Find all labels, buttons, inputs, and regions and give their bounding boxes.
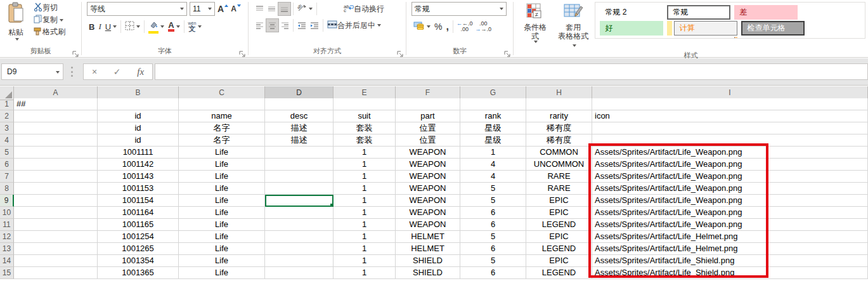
cell-I9[interactable]: Assets/Sprites/Artifact/Life_Weapon.png [592,195,868,207]
cell-A1[interactable]: ## [14,98,98,110]
comma-style-button[interactable]: , [444,20,450,34]
name-box[interactable]: D9 [1,63,63,80]
cut-button[interactable]: 剪切 [32,2,67,14]
cell-C8[interactable]: Life [179,183,265,195]
cell-G3[interactable]: 星级 [460,122,526,134]
font-name-combo[interactable]: 等线 [87,2,187,16]
cell-E6[interactable]: 1 [334,159,396,171]
cell-D8[interactable] [265,183,334,195]
cell-C10[interactable]: Life [179,207,265,219]
cell-E10[interactable]: 1 [334,207,396,219]
copy-button[interactable]: 复制 [32,14,67,26]
cell-F6[interactable]: WEAPON [396,159,460,171]
cell-G11[interactable]: 6 [460,219,526,231]
row-header-4[interactable]: 4 [0,134,14,147]
style-chip-警告文本[interactable]: 警告文本 [667,37,730,39]
cell-E1[interactable] [334,98,396,110]
cell-D12[interactable] [265,231,334,243]
row-header-3[interactable]: 3 [0,122,14,134]
cell-A4[interactable] [14,134,98,147]
cell-D15[interactable] [265,267,334,279]
format-as-table-button[interactable]: 套用表格格式 [553,2,593,51]
cell-G13[interactable]: 6 [460,243,526,255]
cell-A8[interactable] [14,183,98,195]
cell-B6[interactable]: 1001142 [98,159,179,171]
cell-I7[interactable]: Assets/Sprites/Artifact/Life_Weapon.png [592,171,868,183]
cell-C2[interactable]: name [179,110,265,122]
cell-F7[interactable]: WEAPON [396,171,460,183]
cell-B10[interactable]: 1001164 [98,207,179,219]
underline-button[interactable]: U [103,20,119,34]
paste-button[interactable]: 粘贴 [3,2,29,41]
cell-F8[interactable]: WEAPON [396,183,460,195]
cell-G15[interactable]: 6 [460,267,526,279]
cell-D11[interactable] [265,219,334,231]
orientation-dropdown-icon[interactable] [309,8,313,10]
cell-F2[interactable]: part [396,110,460,122]
cell-C14[interactable]: Life [179,255,265,267]
cell-D6[interactable] [265,159,334,171]
cell-C12[interactable]: Life [179,231,265,243]
cell-H7[interactable]: RARE [526,171,592,183]
cell-D4[interactable]: 描述 [265,134,334,147]
style-chip-sliver-input[interactable] [734,37,737,39]
cell-B2[interactable]: id [98,110,179,122]
cell-D7[interactable] [265,171,334,183]
cell-I8[interactable]: Assets/Sprites/Artifact/Life_Weapon.png [592,183,868,195]
name-box-dropdown-icon[interactable] [56,71,60,74]
cell-E11[interactable]: 1 [334,219,396,231]
style-chip-检查单元格[interactable]: 检查单元格 [741,21,805,36]
enter-button[interactable]: ✓ [113,67,121,77]
cell-F13[interactable]: HELMET [396,243,460,255]
cell-A9[interactable] [14,195,98,207]
cell-H8[interactable]: RARE [526,183,592,195]
cell-C11[interactable]: Life [179,219,265,231]
cell-I14[interactable]: Assets/Sprites/Artifact/Life_Shield.png [592,255,868,267]
cell-B15[interactable]: 1001365 [98,267,179,279]
cell-A14[interactable] [14,255,98,267]
cell-E8[interactable]: 1 [334,183,396,195]
cell-C6[interactable]: Life [179,159,265,171]
font-color-dropdown-icon[interactable] [176,25,180,28]
cell-G9[interactable]: 5 [460,195,526,207]
font-color-button[interactable]: A [166,20,181,34]
wrap-text-button[interactable]: abc 自动换行 [342,2,386,16]
align-right-button[interactable] [279,18,291,32]
cell-C15[interactable]: Life [179,267,265,279]
paste-dropdown-icon[interactable] [15,38,19,41]
borders-dropdown-icon[interactable] [136,25,140,28]
format-as-table-dropdown-icon[interactable] [573,44,576,47]
style-chip-解释性文本[interactable]: 解释性文本 [600,37,663,39]
row-header-13[interactable]: 13 [0,243,14,255]
bold-button[interactable]: B [87,20,96,34]
cell-E13[interactable]: 1 [334,243,396,255]
cell-D10[interactable] [265,207,334,219]
cell-C5[interactable]: Life [179,147,265,159]
decrease-decimal-button[interactable]: .00→→.0 [474,20,493,34]
font-size-dropdown-icon[interactable] [208,8,212,10]
style-chip-计算[interactable]: 计算 [674,21,737,36]
cell-C4[interactable]: 名字 [179,134,265,147]
cell-G12[interactable]: 5 [460,231,526,243]
cell-A3[interactable] [14,122,98,134]
row-header-8[interactable]: 8 [0,183,14,195]
cell-G5[interactable]: 1 [460,147,526,159]
cell-H10[interactable]: EPIC [526,207,592,219]
cell-B9[interactable]: 1001154 [98,195,179,207]
percent-style-button[interactable]: % [432,20,444,34]
cell-D14[interactable] [265,255,334,267]
format-painter-button[interactable]: 格式刷 [32,26,67,38]
cell-B13[interactable]: 1001265 [98,243,179,255]
cell-A7[interactable] [14,171,98,183]
cell-C7[interactable]: Life [179,171,265,183]
cell-I4[interactable] [592,134,868,147]
cell-I13[interactable]: Assets/Sprites/Artifact/Life_Helmet.png [592,243,868,255]
cell-H1[interactable] [526,98,592,110]
row-header-9[interactable]: 9 [0,195,14,207]
cell-B11[interactable]: 1001165 [98,219,179,231]
font-dialog-launcher-icon[interactable] [239,49,246,56]
orientation-button[interactable]: ab [295,2,314,16]
number-dialog-launcher-icon[interactable] [504,49,511,56]
align-top-button[interactable] [254,2,266,16]
cell-A13[interactable] [14,243,98,255]
